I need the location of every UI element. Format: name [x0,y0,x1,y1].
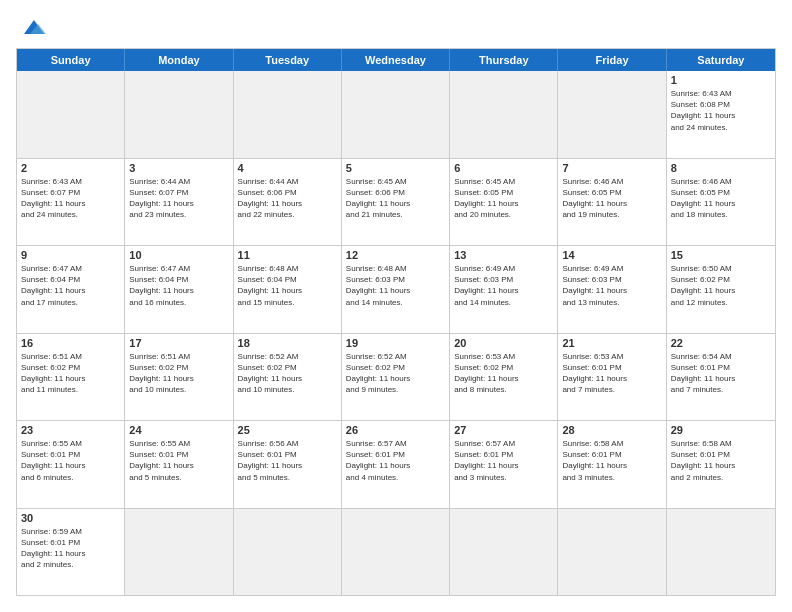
cell-info: Sunrise: 6:58 AM Sunset: 6:01 PM Dayligh… [562,438,661,483]
cell-info: Sunrise: 6:49 AM Sunset: 6:03 PM Dayligh… [562,263,661,308]
calendar-row: 9Sunrise: 6:47 AM Sunset: 6:04 PM Daylig… [17,245,775,333]
calendar-cell [17,71,125,158]
calendar-cell [667,509,775,596]
calendar-cell [342,509,450,596]
cell-info: Sunrise: 6:52 AM Sunset: 6:02 PM Dayligh… [346,351,445,396]
day-number: 14 [562,249,661,261]
day-number: 21 [562,337,661,349]
cell-info: Sunrise: 6:43 AM Sunset: 6:07 PM Dayligh… [21,176,120,221]
calendar-cell: 24Sunrise: 6:55 AM Sunset: 6:01 PM Dayli… [125,421,233,508]
cell-info: Sunrise: 6:44 AM Sunset: 6:06 PM Dayligh… [238,176,337,221]
calendar-cell: 19Sunrise: 6:52 AM Sunset: 6:02 PM Dayli… [342,334,450,421]
calendar-cell: 15Sunrise: 6:50 AM Sunset: 6:02 PM Dayli… [667,246,775,333]
calendar-cell: 16Sunrise: 6:51 AM Sunset: 6:02 PM Dayli… [17,334,125,421]
calendar-body: 1Sunrise: 6:43 AM Sunset: 6:08 PM Daylig… [17,71,775,595]
calendar-cell: 1Sunrise: 6:43 AM Sunset: 6:08 PM Daylig… [667,71,775,158]
day-number: 16 [21,337,120,349]
calendar-cell: 17Sunrise: 6:51 AM Sunset: 6:02 PM Dayli… [125,334,233,421]
calendar-cell: 5Sunrise: 6:45 AM Sunset: 6:06 PM Daylig… [342,159,450,246]
cell-info: Sunrise: 6:57 AM Sunset: 6:01 PM Dayligh… [346,438,445,483]
day-number: 26 [346,424,445,436]
day-number: 20 [454,337,553,349]
day-number: 10 [129,249,228,261]
calendar-cell: 22Sunrise: 6:54 AM Sunset: 6:01 PM Dayli… [667,334,775,421]
cell-info: Sunrise: 6:50 AM Sunset: 6:02 PM Dayligh… [671,263,771,308]
calendar-cell: 7Sunrise: 6:46 AM Sunset: 6:05 PM Daylig… [558,159,666,246]
calendar-row: 30Sunrise: 6:59 AM Sunset: 6:01 PM Dayli… [17,508,775,596]
calendar-cell: 3Sunrise: 6:44 AM Sunset: 6:07 PM Daylig… [125,159,233,246]
cell-info: Sunrise: 6:47 AM Sunset: 6:04 PM Dayligh… [21,263,120,308]
cell-info: Sunrise: 6:56 AM Sunset: 6:01 PM Dayligh… [238,438,337,483]
cell-info: Sunrise: 6:57 AM Sunset: 6:01 PM Dayligh… [454,438,553,483]
calendar-day-header: Friday [558,49,666,71]
calendar-cell: 8Sunrise: 6:46 AM Sunset: 6:05 PM Daylig… [667,159,775,246]
calendar-day-header: Sunday [17,49,125,71]
calendar-row: 2Sunrise: 6:43 AM Sunset: 6:07 PM Daylig… [17,158,775,246]
calendar-cell: 18Sunrise: 6:52 AM Sunset: 6:02 PM Dayli… [234,334,342,421]
cell-info: Sunrise: 6:53 AM Sunset: 6:02 PM Dayligh… [454,351,553,396]
day-number: 18 [238,337,337,349]
day-number: 4 [238,162,337,174]
calendar-cell: 14Sunrise: 6:49 AM Sunset: 6:03 PM Dayli… [558,246,666,333]
calendar-row: 1Sunrise: 6:43 AM Sunset: 6:08 PM Daylig… [17,71,775,158]
day-number: 29 [671,424,771,436]
calendar-cell: 2Sunrise: 6:43 AM Sunset: 6:07 PM Daylig… [17,159,125,246]
calendar-cell: 30Sunrise: 6:59 AM Sunset: 6:01 PM Dayli… [17,509,125,596]
day-number: 25 [238,424,337,436]
day-number: 9 [21,249,120,261]
calendar-cell [558,509,666,596]
cell-info: Sunrise: 6:58 AM Sunset: 6:01 PM Dayligh… [671,438,771,483]
cell-info: Sunrise: 6:44 AM Sunset: 6:07 PM Dayligh… [129,176,228,221]
day-number: 12 [346,249,445,261]
day-number: 7 [562,162,661,174]
cell-info: Sunrise: 6:48 AM Sunset: 6:03 PM Dayligh… [346,263,445,308]
day-number: 28 [562,424,661,436]
day-number: 22 [671,337,771,349]
cell-info: Sunrise: 6:46 AM Sunset: 6:05 PM Dayligh… [671,176,771,221]
logo [16,16,48,38]
day-number: 11 [238,249,337,261]
calendar-cell: 13Sunrise: 6:49 AM Sunset: 6:03 PM Dayli… [450,246,558,333]
day-number: 15 [671,249,771,261]
cell-info: Sunrise: 6:53 AM Sunset: 6:01 PM Dayligh… [562,351,661,396]
cell-info: Sunrise: 6:43 AM Sunset: 6:08 PM Dayligh… [671,88,771,133]
calendar-cell: 12Sunrise: 6:48 AM Sunset: 6:03 PM Dayli… [342,246,450,333]
cell-info: Sunrise: 6:52 AM Sunset: 6:02 PM Dayligh… [238,351,337,396]
calendar-cell: 27Sunrise: 6:57 AM Sunset: 6:01 PM Dayli… [450,421,558,508]
calendar: SundayMondayTuesdayWednesdayThursdayFrid… [16,48,776,596]
calendar-cell [450,71,558,158]
cell-info: Sunrise: 6:55 AM Sunset: 6:01 PM Dayligh… [21,438,120,483]
calendar-cell: 28Sunrise: 6:58 AM Sunset: 6:01 PM Dayli… [558,421,666,508]
cell-info: Sunrise: 6:45 AM Sunset: 6:06 PM Dayligh… [346,176,445,221]
cell-info: Sunrise: 6:51 AM Sunset: 6:02 PM Dayligh… [21,351,120,396]
calendar-cell [125,509,233,596]
calendar-cell: 20Sunrise: 6:53 AM Sunset: 6:02 PM Dayli… [450,334,558,421]
calendar-cell: 23Sunrise: 6:55 AM Sunset: 6:01 PM Dayli… [17,421,125,508]
calendar-row: 16Sunrise: 6:51 AM Sunset: 6:02 PM Dayli… [17,333,775,421]
calendar-cell [234,509,342,596]
day-number: 27 [454,424,553,436]
day-number: 24 [129,424,228,436]
cell-info: Sunrise: 6:51 AM Sunset: 6:02 PM Dayligh… [129,351,228,396]
calendar-cell [558,71,666,158]
logo-icon [20,16,48,38]
day-number: 23 [21,424,120,436]
calendar-cell: 10Sunrise: 6:47 AM Sunset: 6:04 PM Dayli… [125,246,233,333]
calendar-cell: 29Sunrise: 6:58 AM Sunset: 6:01 PM Dayli… [667,421,775,508]
calendar-cell [450,509,558,596]
day-number: 1 [671,74,771,86]
calendar-cell: 6Sunrise: 6:45 AM Sunset: 6:05 PM Daylig… [450,159,558,246]
day-number: 19 [346,337,445,349]
day-number: 5 [346,162,445,174]
calendar-cell [234,71,342,158]
cell-info: Sunrise: 6:45 AM Sunset: 6:05 PM Dayligh… [454,176,553,221]
calendar-cell: 4Sunrise: 6:44 AM Sunset: 6:06 PM Daylig… [234,159,342,246]
cell-info: Sunrise: 6:54 AM Sunset: 6:01 PM Dayligh… [671,351,771,396]
calendar-day-header: Saturday [667,49,775,71]
calendar-cell: 26Sunrise: 6:57 AM Sunset: 6:01 PM Dayli… [342,421,450,508]
cell-info: Sunrise: 6:47 AM Sunset: 6:04 PM Dayligh… [129,263,228,308]
cell-info: Sunrise: 6:59 AM Sunset: 6:01 PM Dayligh… [21,526,120,571]
calendar-row: 23Sunrise: 6:55 AM Sunset: 6:01 PM Dayli… [17,420,775,508]
calendar-cell: 11Sunrise: 6:48 AM Sunset: 6:04 PM Dayli… [234,246,342,333]
calendar-header: SundayMondayTuesdayWednesdayThursdayFrid… [17,49,775,71]
